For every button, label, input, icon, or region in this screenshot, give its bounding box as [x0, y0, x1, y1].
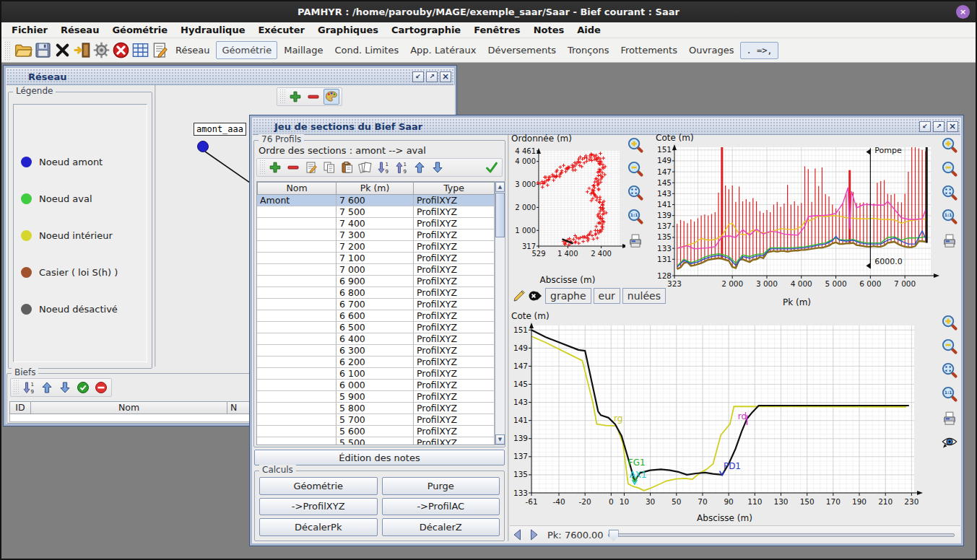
- table-row[interactable]: 7 400ProfilXYZ: [257, 218, 495, 229]
- print-icon[interactable]: [626, 231, 645, 250]
- toolbar-button-g-om-trie[interactable]: Géométrie: [216, 41, 277, 59]
- pk-slider-track[interactable]: [608, 533, 955, 537]
- toolbar-button-frottements[interactable]: Frottements: [615, 42, 682, 58]
- cell-type[interactable]: ProfilXYZ: [414, 322, 495, 333]
- cell-type[interactable]: ProfilXYZ: [414, 426, 495, 437]
- table-row[interactable]: 7 000ProfilXYZ: [257, 264, 495, 276]
- cell-pk[interactable]: 7 300: [336, 229, 414, 241]
- menu-cartographie[interactable]: Cartographie: [386, 24, 466, 36]
- cell-type[interactable]: ProfilXYZ: [414, 310, 495, 322]
- biefs-column-id[interactable]: ID: [9, 401, 31, 414]
- toolbar-grip[interactable]: [4, 41, 11, 60]
- cell-nom[interactable]: [257, 310, 336, 322]
- table-row[interactable]: 6 000ProfilXYZ: [257, 380, 495, 391]
- cell-nom[interactable]: Amont: [257, 195, 336, 206]
- upstream-node[interactable]: [197, 141, 209, 152]
- table-row[interactable]: 6 900ProfilXYZ: [257, 276, 495, 287]
- table-row[interactable]: 7 200ProfilXYZ: [257, 241, 495, 253]
- sort-desc-icon[interactable]: 19: [394, 159, 409, 175]
- add-icon[interactable]: [287, 89, 303, 105]
- zoom-in-icon[interactable]: [940, 136, 959, 154]
- table-row[interactable]: 6 100ProfilXYZ: [257, 368, 495, 380]
- zoom-fit-icon[interactable]: [940, 183, 959, 202]
- cell-pk[interactable]: 7 200: [336, 241, 414, 253]
- cell-nom[interactable]: [257, 414, 336, 426]
- toolbar-button--[interactable]: . =>,: [740, 42, 778, 59]
- remove-icon[interactable]: [305, 89, 321, 105]
- cell-nom[interactable]: [257, 276, 336, 287]
- cell-type[interactable]: ProfilXYZ: [414, 437, 495, 445]
- table-row[interactable]: 7 300ProfilXYZ: [257, 229, 495, 241]
- scroll-down-icon[interactable]: ▼: [495, 434, 505, 445]
- cell-pk[interactable]: 6 100: [336, 368, 414, 380]
- cell-pk[interactable]: 6 500: [336, 322, 414, 333]
- close-icon[interactable]: [440, 71, 451, 82]
- pk-slider-thumb[interactable]: [609, 530, 619, 541]
- cell-nom[interactable]: [257, 287, 336, 299]
- next-icon[interactable]: [526, 527, 542, 543]
- table-row[interactable]: 6 400ProfilXYZ: [257, 333, 495, 345]
- plan-chart[interactable]: Ordonnée (m) 4 4614 0003 0002 0001 00031…: [510, 134, 625, 285]
- cell-type[interactable]: ProfilXYZ: [414, 299, 495, 310]
- column-header-nom[interactable]: Nom: [257, 182, 336, 195]
- cell-type[interactable]: ProfilXYZ: [414, 195, 495, 206]
- cell-type[interactable]: ProfilXYZ: [414, 391, 495, 403]
- maximize-icon[interactable]: [933, 121, 945, 132]
- plan-chart-plot[interactable]: 4 4614 0003 0002 0001 0003175291 4002 40…: [510, 145, 625, 272]
- table-row[interactable]: 7 100ProfilXYZ: [257, 253, 495, 264]
- cell-type[interactable]: ProfilXYZ: [414, 287, 495, 299]
- cell-type[interactable]: ProfilXYZ: [414, 264, 495, 276]
- cell-nom[interactable]: [257, 218, 336, 229]
- move-up-icon[interactable]: [412, 159, 427, 175]
- tab-eur[interactable]: eur: [594, 288, 620, 304]
- cell-pk[interactable]: 7 400: [336, 218, 414, 229]
- cell-nom[interactable]: [257, 368, 336, 380]
- cell-type[interactable]: ProfilXYZ: [414, 356, 495, 368]
- cell-type[interactable]: ProfilXYZ: [414, 206, 495, 218]
- cell-type[interactable]: ProfilXYZ: [414, 333, 495, 345]
- move-up-icon[interactable]: [39, 380, 55, 395]
- minimize-icon[interactable]: [919, 121, 931, 132]
- table-row[interactable]: 6 300ProfilXYZ: [257, 345, 495, 356]
- window-close-button[interactable]: ×: [956, 5, 970, 19]
- paste-icon[interactable]: [339, 159, 355, 175]
- zoom-in-icon[interactable]: [626, 136, 645, 154]
- cell-type[interactable]: ProfilXYZ: [414, 414, 495, 426]
- tab-nul-es[interactable]: nulées: [622, 288, 666, 304]
- cell-type[interactable]: ProfilXYZ: [414, 218, 495, 229]
- close-icon[interactable]: [53, 40, 72, 60]
- cell-type[interactable]: ProfilXYZ: [414, 368, 495, 380]
- enable-icon[interactable]: [75, 380, 91, 395]
- edit-pencil-icon[interactable]: [512, 288, 526, 304]
- cell-pk[interactable]: 7 100: [336, 253, 414, 264]
- sort-asc-icon[interactable]: 19: [21, 380, 37, 395]
- cell-pk[interactable]: 6 200: [336, 356, 414, 368]
- table-scrollbar[interactable]: ▲ ▼: [495, 181, 505, 445]
- zoom-in-icon[interactable]: [940, 313, 959, 332]
- menu-réseau[interactable]: Réseau: [55, 24, 105, 36]
- disable-icon[interactable]: [93, 380, 109, 395]
- zoom-out-icon[interactable]: [940, 337, 959, 356]
- calc-button--profilxyz[interactable]: ->ProfilXYZ: [259, 498, 378, 516]
- add-icon[interactable]: [267, 159, 283, 175]
- calc-button-d-calerz[interactable]: DécalerZ: [382, 518, 500, 536]
- cross-section-chart-plot[interactable]: rgFG1AX1PD1rd151149147145143141139137135…: [510, 323, 939, 510]
- edit-notes-button[interactable]: Édition des notes: [254, 450, 505, 465]
- cell-nom[interactable]: [257, 345, 336, 356]
- calc-button-purge[interactable]: Purge: [382, 477, 500, 495]
- cell-nom[interactable]: [257, 241, 336, 253]
- calc-button--profilac[interactable]: ->ProfilAC: [382, 498, 500, 516]
- calc-button-d-calerpk[interactable]: DécalerPk: [259, 518, 378, 536]
- cell-nom[interactable]: [257, 403, 336, 414]
- cell-pk[interactable]: 5 800: [336, 403, 414, 414]
- menu-hydraulique[interactable]: Hydraulique: [175, 24, 251, 36]
- zoom-fit-icon[interactable]: [626, 183, 645, 202]
- table-row[interactable]: 6 500ProfilXYZ: [257, 322, 495, 333]
- cell-nom[interactable]: [257, 253, 336, 264]
- toolbar-button-r-seau[interactable]: Réseau: [170, 42, 214, 58]
- cell-pk[interactable]: 6 700: [336, 299, 414, 310]
- cell-pk[interactable]: 6 800: [336, 287, 414, 299]
- table-row[interactable]: 6 800ProfilXYZ: [257, 287, 495, 299]
- scrollbar-thumb[interactable]: [495, 193, 505, 237]
- cell-type[interactable]: ProfilXYZ: [414, 403, 495, 414]
